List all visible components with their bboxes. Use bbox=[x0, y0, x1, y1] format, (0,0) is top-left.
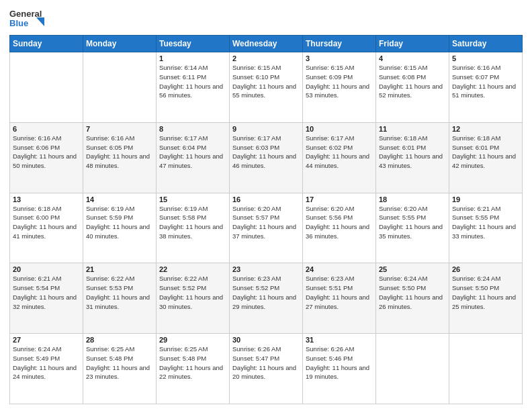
day-cell bbox=[10, 52, 83, 123]
day-cell: 25Sunrise: 6:24 AMSunset: 5:50 PMDayligh… bbox=[376, 263, 449, 334]
day-number: 2 bbox=[232, 54, 300, 62]
day-cell: 5Sunrise: 6:16 AMSunset: 6:07 PMDaylight… bbox=[449, 52, 523, 123]
day-number: 10 bbox=[306, 125, 373, 133]
day-cell: 26Sunrise: 6:24 AMSunset: 5:50 PMDayligh… bbox=[449, 263, 523, 334]
calendar-container: GeneralBlue SundayMondayTuesdayWednesday… bbox=[0, 0, 532, 411]
day-info: Sunrise: 6:17 AMSunset: 6:03 PMDaylight:… bbox=[232, 134, 300, 171]
day-info: Sunrise: 6:26 AMSunset: 5:47 PMDaylight:… bbox=[232, 345, 300, 381]
day-cell: 28Sunrise: 6:25 AMSunset: 5:48 PMDayligh… bbox=[83, 334, 157, 404]
weekday-header-row: SundayMondayTuesdayWednesdayThursdayFrid… bbox=[10, 36, 523, 52]
day-info: Sunrise: 6:20 AMSunset: 5:57 PMDaylight:… bbox=[232, 204, 300, 241]
day-info: Sunrise: 6:22 AMSunset: 5:52 PMDaylight:… bbox=[159, 274, 226, 311]
day-info: Sunrise: 6:18 AMSunset: 6:00 PMDaylight:… bbox=[13, 204, 80, 241]
weekday-header-friday: Friday bbox=[376, 36, 449, 52]
day-info: Sunrise: 6:17 AMSunset: 6:02 PMDaylight:… bbox=[306, 134, 373, 171]
day-number: 30 bbox=[232, 336, 300, 344]
day-info: Sunrise: 6:15 AMSunset: 6:08 PMDaylight:… bbox=[379, 63, 446, 100]
day-number: 1 bbox=[159, 54, 226, 62]
day-cell: 14Sunrise: 6:19 AMSunset: 5:59 PMDayligh… bbox=[83, 193, 157, 263]
day-info: Sunrise: 6:25 AMSunset: 5:48 PMDaylight:… bbox=[159, 345, 226, 381]
day-number: 25 bbox=[379, 265, 446, 273]
day-cell: 2Sunrise: 6:15 AMSunset: 6:10 PMDaylight… bbox=[230, 52, 303, 123]
day-number: 14 bbox=[86, 195, 153, 203]
day-cell: 27Sunrise: 6:24 AMSunset: 5:49 PMDayligh… bbox=[10, 334, 83, 404]
day-cell bbox=[83, 52, 157, 123]
weekday-header-tuesday: Tuesday bbox=[157, 36, 230, 52]
day-number: 15 bbox=[159, 195, 226, 203]
day-number: 23 bbox=[232, 265, 300, 273]
logo: GeneralBlue bbox=[9, 7, 46, 31]
day-number: 3 bbox=[306, 54, 373, 62]
day-info: Sunrise: 6:18 AMSunset: 6:01 PMDaylight:… bbox=[379, 134, 446, 171]
day-number: 26 bbox=[452, 265, 519, 273]
day-number: 21 bbox=[86, 265, 153, 273]
day-info: Sunrise: 6:19 AMSunset: 5:58 PMDaylight:… bbox=[159, 204, 226, 241]
svg-text:Blue: Blue bbox=[9, 18, 28, 28]
logo-svg: GeneralBlue bbox=[9, 7, 46, 31]
day-cell bbox=[376, 334, 449, 404]
day-cell: 20Sunrise: 6:21 AMSunset: 5:54 PMDayligh… bbox=[10, 263, 83, 334]
day-number: 29 bbox=[159, 336, 226, 344]
weekday-header-sunday: Sunday bbox=[10, 36, 83, 52]
day-cell: 11Sunrise: 6:18 AMSunset: 6:01 PMDayligh… bbox=[376, 122, 449, 193]
day-number: 27 bbox=[13, 336, 80, 344]
day-cell: 13Sunrise: 6:18 AMSunset: 6:00 PMDayligh… bbox=[10, 193, 83, 263]
day-number: 4 bbox=[379, 54, 446, 62]
day-cell: 4Sunrise: 6:15 AMSunset: 6:08 PMDaylight… bbox=[376, 52, 449, 123]
day-info: Sunrise: 6:21 AMSunset: 5:54 PMDaylight:… bbox=[13, 274, 80, 311]
day-info: Sunrise: 6:17 AMSunset: 6:04 PMDaylight:… bbox=[159, 134, 226, 171]
day-cell: 12Sunrise: 6:18 AMSunset: 6:01 PMDayligh… bbox=[449, 122, 523, 193]
week-row-2: 6Sunrise: 6:16 AMSunset: 6:06 PMDaylight… bbox=[10, 122, 523, 193]
weekday-header-thursday: Thursday bbox=[303, 36, 376, 52]
day-cell: 24Sunrise: 6:23 AMSunset: 5:51 PMDayligh… bbox=[303, 263, 376, 334]
calendar-table: SundayMondayTuesdayWednesdayThursdayFrid… bbox=[9, 35, 523, 404]
day-cell: 30Sunrise: 6:26 AMSunset: 5:47 PMDayligh… bbox=[230, 334, 303, 404]
day-info: Sunrise: 6:14 AMSunset: 6:11 PMDaylight:… bbox=[159, 63, 226, 100]
day-info: Sunrise: 6:24 AMSunset: 5:50 PMDaylight:… bbox=[452, 274, 519, 311]
day-number: 7 bbox=[86, 125, 153, 133]
day-info: Sunrise: 6:24 AMSunset: 5:50 PMDaylight:… bbox=[379, 274, 446, 311]
day-number: 9 bbox=[232, 125, 300, 133]
day-cell: 19Sunrise: 6:21 AMSunset: 5:55 PMDayligh… bbox=[449, 193, 523, 263]
day-info: Sunrise: 6:22 AMSunset: 5:53 PMDaylight:… bbox=[86, 274, 153, 311]
day-info: Sunrise: 6:20 AMSunset: 5:55 PMDaylight:… bbox=[379, 204, 446, 241]
day-cell: 15Sunrise: 6:19 AMSunset: 5:58 PMDayligh… bbox=[157, 193, 230, 263]
day-info: Sunrise: 6:25 AMSunset: 5:48 PMDaylight:… bbox=[86, 345, 153, 381]
day-number: 24 bbox=[306, 265, 373, 273]
day-number: 5 bbox=[452, 54, 519, 62]
day-cell: 3Sunrise: 6:15 AMSunset: 6:09 PMDaylight… bbox=[303, 52, 376, 123]
day-info: Sunrise: 6:16 AMSunset: 6:05 PMDaylight:… bbox=[86, 134, 153, 171]
day-info: Sunrise: 6:15 AMSunset: 6:09 PMDaylight:… bbox=[306, 63, 373, 100]
day-cell: 22Sunrise: 6:22 AMSunset: 5:52 PMDayligh… bbox=[157, 263, 230, 334]
day-number: 12 bbox=[452, 125, 519, 133]
day-cell: 29Sunrise: 6:25 AMSunset: 5:48 PMDayligh… bbox=[157, 334, 230, 404]
week-row-5: 27Sunrise: 6:24 AMSunset: 5:49 PMDayligh… bbox=[10, 334, 523, 404]
header: GeneralBlue bbox=[9, 7, 523, 31]
day-info: Sunrise: 6:20 AMSunset: 5:56 PMDaylight:… bbox=[306, 204, 373, 241]
day-info: Sunrise: 6:18 AMSunset: 6:01 PMDaylight:… bbox=[452, 134, 519, 171]
day-info: Sunrise: 6:15 AMSunset: 6:10 PMDaylight:… bbox=[232, 63, 300, 100]
day-info: Sunrise: 6:16 AMSunset: 6:07 PMDaylight:… bbox=[452, 63, 519, 100]
day-number: 13 bbox=[13, 195, 80, 203]
day-cell: 23Sunrise: 6:23 AMSunset: 5:52 PMDayligh… bbox=[230, 263, 303, 334]
day-number: 8 bbox=[159, 125, 226, 133]
day-number: 20 bbox=[13, 265, 80, 273]
day-info: Sunrise: 6:19 AMSunset: 5:59 PMDaylight:… bbox=[86, 204, 153, 241]
week-row-3: 13Sunrise: 6:18 AMSunset: 6:00 PMDayligh… bbox=[10, 193, 523, 263]
day-number: 11 bbox=[379, 125, 446, 133]
weekday-header-saturday: Saturday bbox=[449, 36, 523, 52]
day-info: Sunrise: 6:16 AMSunset: 6:06 PMDaylight:… bbox=[13, 134, 80, 171]
day-cell: 8Sunrise: 6:17 AMSunset: 6:04 PMDaylight… bbox=[157, 122, 230, 193]
day-info: Sunrise: 6:21 AMSunset: 5:55 PMDaylight:… bbox=[452, 204, 519, 241]
day-cell: 7Sunrise: 6:16 AMSunset: 6:05 PMDaylight… bbox=[83, 122, 157, 193]
day-cell: 31Sunrise: 6:26 AMSunset: 5:46 PMDayligh… bbox=[303, 334, 376, 404]
svg-text:General: General bbox=[9, 9, 42, 19]
day-info: Sunrise: 6:24 AMSunset: 5:49 PMDaylight:… bbox=[13, 345, 80, 381]
day-cell: 1Sunrise: 6:14 AMSunset: 6:11 PMDaylight… bbox=[157, 52, 230, 123]
day-cell: 18Sunrise: 6:20 AMSunset: 5:55 PMDayligh… bbox=[376, 193, 449, 263]
weekday-header-wednesday: Wednesday bbox=[230, 36, 303, 52]
day-number: 31 bbox=[306, 336, 373, 344]
week-row-4: 20Sunrise: 6:21 AMSunset: 5:54 PMDayligh… bbox=[10, 263, 523, 334]
day-number: 6 bbox=[13, 125, 80, 133]
day-number: 17 bbox=[306, 195, 373, 203]
